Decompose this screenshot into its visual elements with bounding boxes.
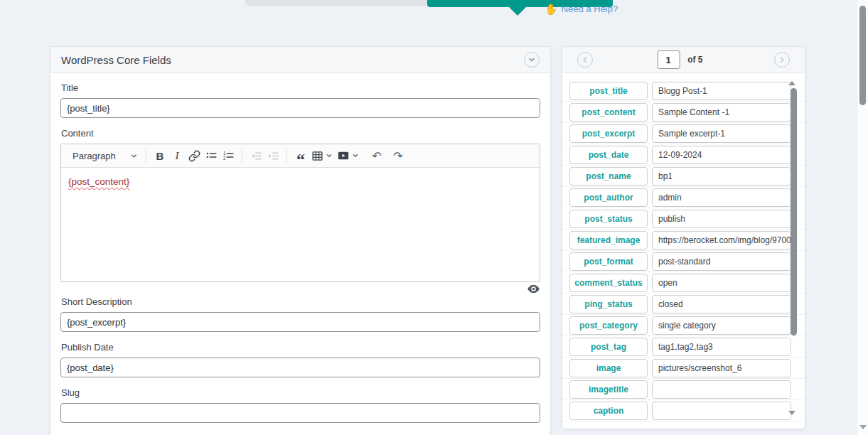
field-value-cell[interactable]: bp1 [652,167,791,186]
field-value-cell[interactable]: Blogg Post-1 [652,82,791,100]
slug-label: Slug [61,387,540,399]
field-row: post_content Sample Content -1 [562,102,805,123]
field-name-button[interactable]: post_status [569,210,648,228]
page: ✋ Need a Help? WordPress Core Fields Tit… [0,0,868,435]
field-value-cell[interactable]: publish [652,210,791,228]
field-value-cell[interactable]: single category [652,316,791,335]
field-name-button[interactable]: post_category [569,316,648,335]
italic-button[interactable]: I [168,147,186,164]
bold-button[interactable]: B [151,147,168,164]
field-name-button[interactable]: image [569,359,648,377]
content-editor-area[interactable]: {post_content} [61,168,540,281]
outdent-icon [250,150,262,162]
wordpress-core-fields-panel: WordPress Core Fields Title Content Para… [50,46,551,435]
toolbar-separator [286,149,287,163]
svg-text:1: 1 [223,151,226,156]
field-name-button[interactable]: post_excerpt [569,124,648,143]
field-row: post_status publish [562,208,805,230]
outdent-button[interactable] [247,147,264,164]
embed-media-button[interactable] [335,147,361,164]
undo-button[interactable]: ↶ [368,147,385,164]
panel-body: Title Content Paragraph B I [50,73,550,435]
field-name-button[interactable]: imagetitle [569,380,648,399]
collapse-panel-button[interactable] [524,52,540,68]
toolbar-separator [242,149,242,163]
link-button[interactable] [186,147,203,164]
help-area: ✋ Need a Help? [545,4,618,14]
record-number-input[interactable] [657,50,680,69]
page-scrollbar[interactable] [857,0,868,435]
publish-date-input[interactable] [60,358,540,377]
chevron-down-icon [130,152,138,160]
bold-icon: B [156,150,164,162]
bullet-list-button[interactable] [203,147,220,164]
field-mapping-list: post_title Blogg Post-1 post_content Sam… [562,73,805,435]
field-row: post_tag tag1,tag2,tag3 [562,336,805,358]
field-value-cell[interactable]: pictures/screenshot_6 [652,359,791,377]
next-record-button[interactable] [774,52,790,68]
undo-icon: ↶ [372,149,381,163]
need-help-link[interactable]: Need a Help? [562,4,618,14]
field-row: post_title Blogg Post-1 [562,80,805,102]
short-description-label: Short Description [61,296,540,308]
field-name-button[interactable]: ping_status [569,295,648,313]
field-value-cell[interactable]: https://berocket.com/img/blog/97001e [652,231,791,249]
field-name-button[interactable]: post_content [569,103,648,122]
field-name-button[interactable]: post_author [569,188,648,207]
field-name-button[interactable]: post_title [569,82,648,100]
panel-scroll-up-arrow-icon[interactable] [788,81,795,85]
field-row: post_name bp1 [562,166,805,187]
field-row: post_excerpt Sample excerpt-1 [562,123,805,144]
field-value-cell[interactable]: admin [652,188,791,207]
field-value-cell[interactable]: post-standard [652,252,791,271]
numbered-list-button[interactable]: 12 [220,147,237,164]
panel-title: WordPress Core Fields [61,54,524,66]
content-token: {post_content} [68,176,129,187]
page-scroll-down-arrow-icon[interactable] [859,425,867,429]
panel-scroll-down-arrow-icon[interactable] [788,411,795,415]
field-name-button[interactable]: post_format [569,252,648,271]
indent-button[interactable] [264,147,282,164]
embed-media-icon [337,149,350,162]
field-name-button[interactable]: post_date [569,146,648,164]
chevron-right-icon [778,55,786,64]
blockquote-button[interactable]: “ [292,147,309,164]
field-value-cell[interactable]: Sample Content -1 [652,103,791,122]
preview-eye-icon[interactable] [527,284,540,294]
chevron-down-icon [326,152,333,159]
redo-button[interactable]: ↷ [390,147,407,164]
progress-bar-track [245,0,427,6]
record-pagination-header: of 5 [562,47,805,73]
panel-scrollbar-thumb[interactable] [791,88,797,335]
field-value-cell[interactable]: tag1,tag2,tag3 [652,338,791,356]
field-name-button[interactable]: featured_image [569,231,648,249]
field-name-button[interactable]: post_name [569,167,648,186]
field-value-cell[interactable] [652,402,791,420]
field-value-cell[interactable]: open [652,274,791,292]
record-count-label: of 5 [687,55,702,65]
redo-icon: ↷ [393,149,402,163]
slug-input[interactable] [60,403,540,423]
indent-icon [267,150,279,162]
paragraph-style-dropdown[interactable]: Paragraph [67,147,141,164]
field-value-cell[interactable]: closed [652,295,791,313]
field-row: post_author admin [562,187,805,208]
field-row: caption [562,400,805,421]
title-input[interactable] [60,98,540,118]
field-name-button[interactable]: caption [569,402,648,420]
previous-record-button[interactable] [577,52,593,68]
field-row: comment_status open [562,272,805,294]
page-scrollbar-thumb[interactable] [859,6,866,105]
field-value-cell[interactable] [652,380,791,399]
field-name-button[interactable]: comment_status [569,274,648,292]
editor-footer [60,284,540,296]
field-row: featured_image https://berocket.com/img/… [562,230,805,251]
paragraph-style-label: Paragraph [73,151,116,161]
title-label: Title [61,82,540,94]
short-description-input[interactable] [60,312,540,332]
field-value-cell[interactable]: Sample excerpt-1 [652,124,791,143]
field-value-cell[interactable]: 12-09-2024 [652,146,791,164]
field-name-button[interactable]: post_tag [569,338,648,356]
chevron-down-icon [352,152,359,159]
table-button[interactable] [309,147,335,164]
